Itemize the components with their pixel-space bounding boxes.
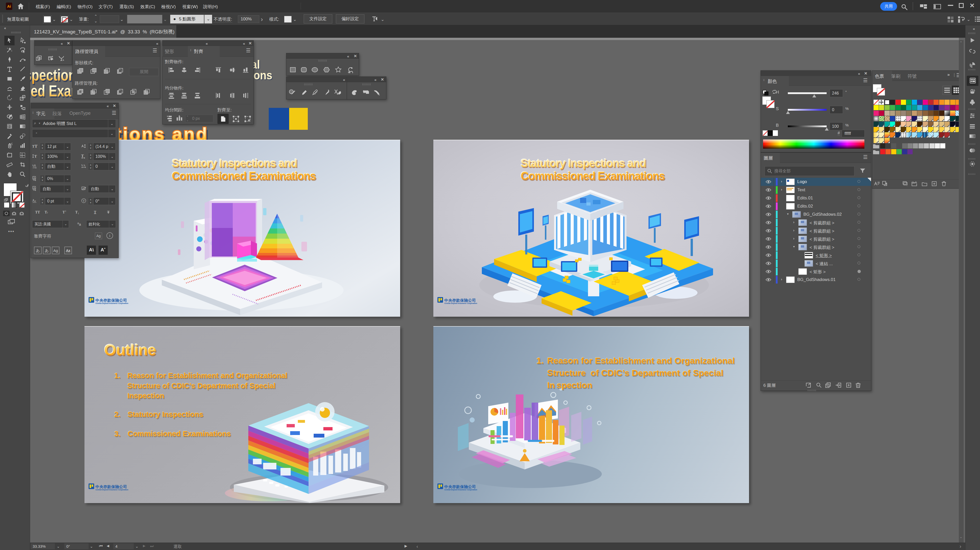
svg-text:1: 1 xyxy=(65,210,66,212)
svg-text:a: a xyxy=(35,200,36,202)
svg-text:T: T xyxy=(45,210,47,214)
svg-text:T: T xyxy=(62,210,65,214)
svg-text:T: T xyxy=(34,154,37,159)
svg-text:T: T xyxy=(35,144,38,149)
svg-text:T: T xyxy=(94,210,96,214)
svg-text:あ: あ xyxy=(33,187,36,189)
svg-text:T: T xyxy=(81,154,84,158)
svg-text:T: T xyxy=(32,144,35,148)
svg-text:A: A xyxy=(83,164,86,167)
svg-text:あ: あ xyxy=(33,177,36,179)
svg-text:A: A xyxy=(32,199,35,203)
svg-text:T: T xyxy=(75,210,78,214)
svg-text:r: r xyxy=(47,211,48,214)
svg-text:T: T xyxy=(107,210,110,214)
svg-text:あ: あ xyxy=(82,187,85,190)
svg-text:T: T xyxy=(38,210,40,214)
svg-text:.: . xyxy=(878,184,878,187)
svg-text:1: 1 xyxy=(78,212,79,215)
svg-text:T: T xyxy=(83,199,85,203)
svg-text:.: . xyxy=(907,184,907,187)
svg-text:T: T xyxy=(35,210,38,214)
